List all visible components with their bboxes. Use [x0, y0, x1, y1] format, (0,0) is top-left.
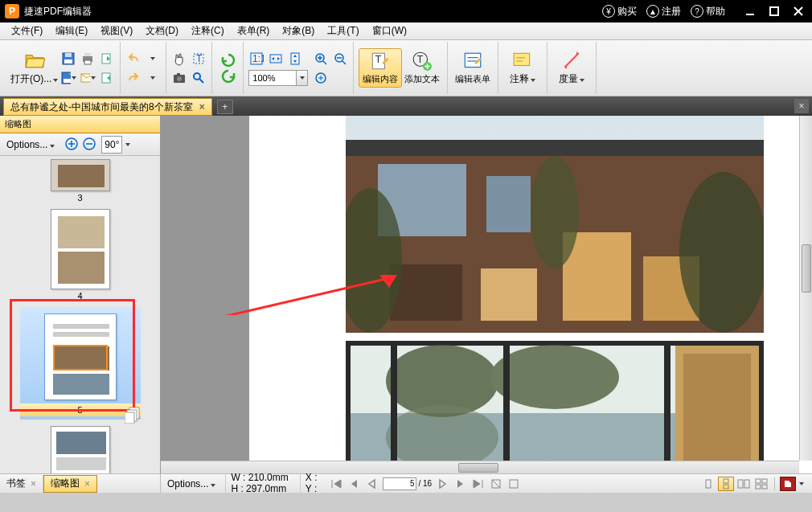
bookmarks-tab[interactable]: 书签× — [0, 475, 43, 493]
maximize-button[interactable] — [765, 4, 783, 18]
measure-button[interactable]: 度量 — [552, 50, 591, 86]
thumbnail-page-3[interactable]: 3 — [32, 159, 129, 203]
last-page-button[interactable] — [470, 477, 486, 491]
title-bar: P 捷速PDF编辑器 ¥购买 ▲注册 ?帮助 — [0, 0, 812, 23]
nav-extra-2[interactable] — [506, 477, 522, 491]
open-button[interactable]: 打开(O)... — [8, 50, 60, 86]
help-button[interactable]: ?帮助 — [691, 5, 725, 18]
redo-button[interactable] — [125, 70, 141, 86]
zoom-out-button[interactable] — [332, 51, 348, 67]
svg-rect-56 — [58, 165, 105, 187]
edit-content-button[interactable]: T 编辑内容 — [359, 48, 402, 88]
export-button[interactable] — [99, 51, 115, 67]
text-select-tool[interactable]: T — [191, 51, 207, 67]
toolbar: 打开(O)... — [0, 40, 812, 96]
print-button[interactable] — [80, 51, 96, 67]
hand-tool[interactable] — [171, 51, 187, 67]
thumbs-zoom-in[interactable] — [64, 137, 80, 153]
zoom-dd[interactable] — [297, 70, 308, 86]
add-tab-button[interactable]: + — [217, 100, 233, 114]
thumbnails-toolbar: Options... 90° — [0, 133, 160, 156]
thumbs-rotate-button[interactable]: 90° — [101, 136, 122, 154]
printer-icon — [80, 51, 95, 66]
minimize-button[interactable] — [741, 4, 759, 18]
thumbnail-page-6[interactable] — [32, 426, 129, 473]
thumbnails-list[interactable]: 3 4 5 — [0, 156, 160, 473]
pdf-mode-dd[interactable] — [799, 482, 804, 485]
snapshot-tool[interactable] — [171, 70, 187, 86]
close-all-tabs-button[interactable]: × — [794, 99, 809, 113]
thumbnail-page-4[interactable]: 4 — [32, 209, 129, 301]
menu-file[interactable]: 文件(F) — [5, 24, 49, 38]
menu-comment[interactable]: 注释(C) — [185, 24, 231, 38]
nav-extra-1[interactable] — [488, 477, 504, 491]
annotate-button[interactable]: 注释 — [503, 50, 542, 86]
thumbnails-tab[interactable]: 缩略图× — [43, 475, 97, 493]
svg-point-90 — [386, 405, 498, 469]
tab-close-icon[interactable]: × — [199, 101, 205, 113]
svg-point-82 — [531, 156, 579, 268]
svg-rect-105 — [756, 485, 761, 489]
svg-line-49 — [565, 53, 579, 67]
single-page-view[interactable] — [700, 477, 716, 491]
redo-dd[interactable] — [145, 70, 161, 86]
horizontal-scrollbar[interactable] — [161, 461, 799, 473]
close-icon[interactable]: × — [84, 478, 90, 489]
save-button[interactable] — [60, 51, 76, 67]
edit-form-button[interactable]: 编辑表单 — [453, 51, 493, 85]
fit-height-button[interactable] — [287, 51, 303, 67]
prev-page-button[interactable] — [346, 477, 362, 491]
continuous-facing-view[interactable] — [753, 477, 769, 491]
rotate-ccw-button[interactable] — [219, 52, 236, 68]
h-scroll-thumb[interactable] — [458, 463, 498, 473]
v-scroll-thumb[interactable] — [802, 244, 811, 293]
status-options-button[interactable]: Options... — [164, 478, 219, 489]
add-text-button[interactable]: T 添加文本 — [402, 51, 442, 85]
first-page-button[interactable] — [328, 477, 344, 491]
zoom-in-button[interactable] — [313, 51, 329, 67]
thumbnails-options-button[interactable]: Options... — [3, 137, 58, 152]
viewport-indicator[interactable] — [53, 345, 108, 371]
save-as-button[interactable] — [60, 70, 76, 86]
camera-icon — [172, 71, 187, 85]
register-button[interactable]: ▲注册 — [646, 5, 681, 18]
menu-doc[interactable]: 文档(D) — [139, 24, 185, 38]
menu-tool[interactable]: 工具(T) — [321, 24, 365, 38]
menu-window[interactable]: 窗口(W) — [366, 24, 413, 38]
undo-dd[interactable] — [145, 51, 161, 67]
thumbnails-panel-title: 缩略图 — [0, 116, 160, 133]
svg-rect-75 — [486, 176, 531, 232]
rotate-cw-button[interactable] — [219, 68, 236, 84]
menu-view[interactable]: 视图(V) — [94, 24, 139, 38]
buy-button[interactable]: ¥购买 — [602, 5, 637, 18]
thumbs-rotate-dd[interactable] — [125, 143, 130, 146]
menu-form[interactable]: 表单(R) — [231, 24, 277, 38]
facing-view[interactable] — [736, 477, 752, 491]
close-icon[interactable]: × — [31, 478, 36, 489]
search-tool[interactable] — [191, 70, 207, 86]
pdf-mode-button[interactable] — [780, 477, 796, 491]
continuous-view[interactable] — [718, 477, 734, 491]
close-button[interactable] — [789, 4, 807, 18]
menu-object[interactable]: 对象(B) — [276, 24, 321, 38]
prev-view-button[interactable] — [363, 477, 379, 491]
actual-size-button[interactable]: 1:1 — [248, 51, 265, 67]
undo-button[interactable] — [125, 51, 141, 67]
document-tab[interactable]: 总有静谧之处-中国城市间最美的8个新茶室 × — [3, 98, 212, 116]
zoom-input[interactable] — [248, 70, 297, 86]
page-number-input[interactable] — [383, 477, 416, 490]
zoom-marquee-button[interactable] — [313, 70, 329, 86]
thumbs-zoom-out[interactable] — [82, 137, 98, 153]
svg-rect-73 — [346, 140, 764, 156]
thumbnail-page-5[interactable]: 5 — [20, 307, 141, 420]
menu-edit[interactable]: 编辑(E) — [49, 24, 94, 38]
next-page-button[interactable] — [453, 477, 469, 491]
document-canvas[interactable] — [161, 116, 812, 473]
email-button[interactable] — [80, 70, 96, 86]
svg-rect-19 — [177, 73, 180, 75]
import-button[interactable] — [99, 70, 115, 86]
vertical-scrollbar[interactable] — [799, 116, 812, 461]
fit-width-button[interactable] — [268, 51, 284, 67]
next-view-button[interactable] — [435, 477, 451, 491]
page-image-2 — [346, 341, 764, 473]
